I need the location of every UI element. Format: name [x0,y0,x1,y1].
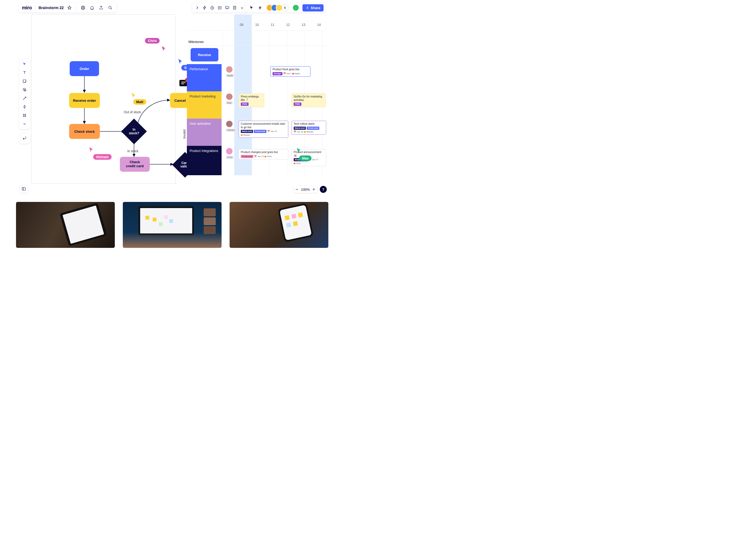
collab-bar: 5 Share [245,3,325,13]
lane-avatar: Hisham [226,121,233,132]
photo-meeting [123,202,222,248]
timeline-header: 09 10 11 12 13 14 [234,23,327,30]
presentation-icon[interactable] [224,4,231,11]
frame-tool[interactable] [21,112,29,119]
lane-label: Product Integrations [187,147,222,155]
search-icon[interactable] [107,4,114,11]
undo-toolbar [19,133,30,144]
facilitation-toolbar [192,3,247,13]
lane-label: Product marketing [187,92,222,100]
milestones-label: Milestones [188,40,204,44]
receive-card[interactable]: Receive [191,48,218,61]
undo-button[interactable] [21,135,29,142]
frames-panel-button[interactable] [20,185,28,193]
timer-icon[interactable] [209,4,216,11]
node-credit[interactable]: Check credit card [120,157,150,172]
card-gonogo[interactable]: Go/No-Go for marketing activities PMM [292,93,326,107]
photo-tablet [16,202,115,248]
text-tool[interactable] [21,69,29,76]
card-changes[interactable]: Product changes post goes live Front-end… [239,149,288,159]
svg-rect-7 [23,88,25,90]
card-announce[interactable]: Customer announcement emails start to go… [239,121,288,138]
chevron-right-icon[interactable] [194,4,201,11]
board-title[interactable]: Brainstorm 22 [38,6,64,10]
cursor-chris: Chris [145,38,160,44]
card-embargo[interactable]: Press embargo lifts 🕺 PMM [239,93,264,107]
zoom-out-button[interactable]: − [296,187,298,192]
lane-avatar: Mae [226,93,233,104]
edge-label: In stock [127,149,138,153]
sticky-tool[interactable] [21,77,29,85]
node-check-stock[interactable]: Check stock [69,124,100,139]
lane-avatar: Sadie [226,66,233,77]
notes-icon[interactable] [231,4,238,11]
svg-rect-4 [226,6,229,9]
flowchart-frame[interactable]: Order Receive order Check stock In stock… [31,14,176,183]
edge-label: Out of stock [124,110,141,114]
svg-point-1 [109,6,111,9]
svg-point-0 [82,7,84,9]
logo[interactable]: miro [22,5,32,11]
cursor-select-icon[interactable] [248,4,255,11]
more-chevrons-icon[interactable] [239,4,246,11]
zoom-controls: − 100% + ? [293,186,327,193]
pen-tool[interactable] [21,103,29,111]
bell-icon[interactable] [89,4,96,11]
cursor-mae: Mae [299,155,312,161]
bolt-icon[interactable] [201,4,208,11]
svg-rect-9 [22,187,25,190]
lane-label: Performance [187,65,222,73]
board-header: miro Brainstorm 22 [19,3,116,13]
help-button[interactable]: ? [320,186,327,193]
reactions-icon[interactable] [257,4,263,11]
arrow-tool[interactable] [21,94,29,102]
settings-icon[interactable] [80,4,86,11]
zoom-in-button[interactable]: + [313,187,315,191]
photo-strip [16,202,328,248]
avatar-self[interactable] [292,4,299,11]
node-receive[interactable]: Receive order [69,93,100,108]
comment-bubble[interactable]: 3 [179,80,187,86]
shape-tool[interactable] [21,86,29,93]
select-tool[interactable] [21,60,29,68]
export-icon[interactable] [98,4,105,11]
zoom-value[interactable]: 100% [301,187,310,191]
edge-label: Invalid [183,129,186,139]
node-order[interactable]: Order [70,61,99,76]
timeline-frame[interactable]: 09 10 11 12 13 14 Milestones Receive Per… [187,14,327,175]
avatar-overflow[interactable]: 5 [282,4,289,11]
more-tools[interactable] [21,120,29,128]
lane-label: User activation [187,120,222,128]
star-icon[interactable] [66,4,73,11]
voting-icon[interactable] [216,4,223,11]
cursor-matt: Matt [133,99,146,105]
cursor-hisham: Hisham [93,154,112,160]
share-button[interactable]: Share [302,4,324,11]
lane-avatar: Chris [226,148,233,159]
svg-point-6 [307,7,308,8]
photo-phone [230,202,328,248]
share-button-label: Share [311,6,320,10]
card-product-hunt[interactable]: Product Hunt goes live Design 📅 Oct 7 Sa… [270,66,310,77]
tools-toolbar [19,59,30,129]
card-rollout[interactable]: Tech rollout starts Back-end Front-end 📅… [292,121,326,135]
